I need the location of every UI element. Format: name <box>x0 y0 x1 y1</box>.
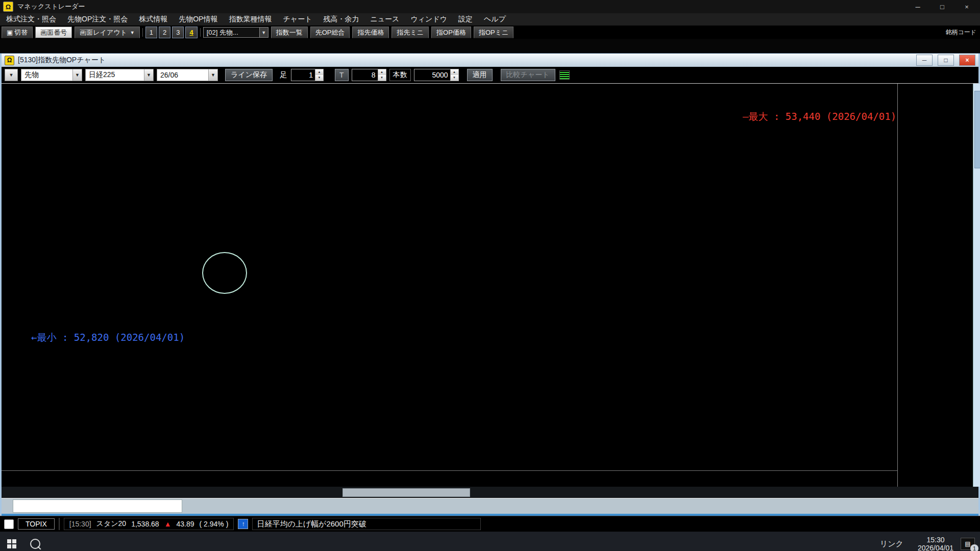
system-tray: リンク 15:30 2026/04/01 ▤1 <box>880 536 980 551</box>
toolbar-button-4[interactable]: 指OP価格 <box>431 27 471 38</box>
news-up-icon[interactable]: ↑ <box>238 519 248 529</box>
toolbar: ▣ 切替 画面番号 画面レイアウト ▼ 1234 [02] 先物... ▼ 指数… <box>0 26 980 39</box>
chevron-down-icon: ▼ <box>208 69 217 81</box>
bar-label: 足 <box>279 70 288 80</box>
search-icon <box>30 539 40 549</box>
screen-button-3[interactable]: 3 <box>172 27 184 38</box>
menu-bar: 株式注文・照会先物OP注文・照会株式情報先物OP情報指数業種情報チャート残高・余… <box>0 13 980 26</box>
spinner-arrows[interactable]: ▲▼ <box>450 69 458 81</box>
layout-label: 画面レイアウト <box>80 28 127 37</box>
close-icon[interactable]: × <box>959 55 975 66</box>
price-axis[interactable] <box>897 84 958 487</box>
screen-number-button[interactable]: 画面番号 <box>35 27 72 38</box>
symbol-code-label: 銘柄コード <box>945 28 976 37</box>
scrollbar-thumb[interactable] <box>974 91 980 168</box>
menu-item-1[interactable]: 先物OP注文・照会 <box>67 15 128 24</box>
monex-app-icon: Ω <box>5 56 14 65</box>
chart-scroll-row <box>2 487 978 498</box>
max-annotation: ―最大 : 53,440 (2026/04/01) <box>743 110 896 123</box>
screen-button-1[interactable]: 1 <box>145 27 157 38</box>
toolbar-button-0[interactable]: 指数一覧 <box>271 27 308 38</box>
quote-name: スタン20 <box>96 519 127 529</box>
save-lines-button[interactable]: ライン保存 <box>225 69 273 81</box>
menu-item-7[interactable]: ニュース <box>370 15 399 24</box>
screen-button-4[interactable]: 4 <box>185 27 197 38</box>
bar-count-label: 本数 <box>389 69 411 81</box>
menu-item-5[interactable]: チャート <box>283 15 312 24</box>
bar-interval-value: 1 <box>291 71 315 79</box>
quote-time: [15:30] <box>69 520 91 528</box>
toolbar-button-3[interactable]: 指先ミニ <box>391 27 429 38</box>
notification-icon[interactable]: ▤1 <box>961 538 975 550</box>
minimize-icon[interactable]: ─ <box>916 55 933 66</box>
status-bar: TOPIX [15:30] スタン20 1,538.68 ▲ 43.89 ( 2… <box>0 516 980 532</box>
toolbar-buttons: 指数一覧先OP総合指先価格指先ミニ指OP価格指OPミニ <box>271 27 514 38</box>
mini-dropdown[interactable]: ▼ <box>5 69 18 81</box>
menu-item-4[interactable]: 指数業種情報 <box>229 15 272 24</box>
tick-mode-button[interactable]: T <box>335 69 349 81</box>
spinner-arrows[interactable]: ▲▼ <box>378 69 386 81</box>
menu-item-8[interactable]: ウィンドウ <box>410 15 447 24</box>
start-button[interactable] <box>0 532 23 551</box>
switch-label: 切替 <box>14 28 28 37</box>
min-annotation: ←最小 : 52,820 (2026/04/01) <box>31 331 185 344</box>
spinner-arrows[interactable]: ▲▼ <box>315 69 323 81</box>
clock-date: 2026/04/01 <box>918 544 953 551</box>
compare-chart-button[interactable]: 比較チャート <box>501 69 555 81</box>
menu-item-3[interactable]: 先物OP情報 <box>179 15 217 24</box>
bar-count-stepper[interactable]: 5000 ▲▼ <box>414 69 459 81</box>
symbol-value: 日経225 <box>86 70 144 80</box>
menu-item-0[interactable]: 株式注文・照会 <box>6 15 56 24</box>
contract-value: 26/06 <box>157 71 208 79</box>
link-label: リンク <box>880 539 903 549</box>
toolbar-right: 銘柄コード <box>943 28 978 37</box>
circle-annotation <box>202 252 247 294</box>
apply-button[interactable]: 適用 <box>467 69 493 81</box>
chevron-down-icon: ▼ <box>130 30 135 35</box>
maximize-icon[interactable]: □ <box>932 1 952 12</box>
chevron-down-icon: ▼ <box>5 69 17 81</box>
chart-region: ―最大 : 53,440 (2026/04/01) ←最小 : 52,820 (… <box>2 84 978 487</box>
market-cells <box>59 518 60 530</box>
status-toggle[interactable] <box>4 519 14 529</box>
app-title: マネックストレーダー <box>17 2 903 11</box>
menu-item-2[interactable]: 株式情報 <box>139 15 167 24</box>
window-border <box>2 514 978 516</box>
instrument-value: 先物 <box>21 70 72 80</box>
search-button[interactable] <box>23 532 47 551</box>
switch-button[interactable]: ▣ 切替 <box>2 27 33 38</box>
minimize-icon[interactable]: ─ <box>908 1 928 12</box>
hscroll-thumb[interactable] <box>342 488 470 497</box>
workspace-tab-bar <box>0 39 980 54</box>
tick-count-stepper[interactable]: 8 ▲▼ <box>352 69 386 81</box>
close-icon[interactable]: × <box>957 1 977 12</box>
contract-dropdown[interactable]: 26/06 ▼ <box>157 69 218 81</box>
menu-item-9[interactable]: 設定 <box>458 15 473 24</box>
menu-item-10[interactable]: ヘルプ <box>484 15 506 24</box>
news-ticker[interactable]: 日経平均の上げ幅が2600円突破 <box>252 518 481 530</box>
instrument-dropdown[interactable]: 先物 ▼ <box>21 69 82 81</box>
screen-buttons: 1234 <box>145 27 198 38</box>
bar-interval-stepper[interactable]: 1 ▲▼ <box>291 69 324 81</box>
switch-icon: ▣ <box>7 29 13 36</box>
divider <box>142 28 143 37</box>
chevron-down-icon: ▼ <box>144 69 153 81</box>
indicator-list-icon[interactable] <box>559 70 570 80</box>
vertical-scrollbar[interactable] <box>973 84 980 487</box>
preset-value: [02] 先物... <box>207 28 255 37</box>
price-chart[interactable] <box>2 84 897 487</box>
bar-count-value: 5000 <box>414 71 450 79</box>
preset-dropdown[interactable]: [02] 先物... ▼ <box>203 27 268 38</box>
taskbar-clock[interactable]: 15:30 2026/04/01 <box>918 536 953 551</box>
screen-button-2[interactable]: 2 <box>159 27 170 38</box>
menu-item-6[interactable]: 残高・余力 <box>323 15 359 24</box>
index-selector[interactable]: TOPIX <box>18 518 55 530</box>
layout-dropdown[interactable]: 画面レイアウト ▼ <box>75 27 139 38</box>
toolbar-button-2[interactable]: 指先価格 <box>352 27 389 38</box>
restore-icon[interactable]: □ <box>938 55 954 66</box>
monex-trader-app: Ω マネックストレーダー ─ □ × 株式注文・照会先物OP注文・照会株式情報先… <box>0 0 980 551</box>
chart-window-titlebar[interactable]: Ω [5130]指数先物OPチャート ─ □ × <box>2 54 978 67</box>
toolbar-button-5[interactable]: 指OPミニ <box>474 27 513 38</box>
toolbar-button-1[interactable]: 先OP総合 <box>310 27 350 38</box>
symbol-dropdown[interactable]: 日経225 ▼ <box>85 69 154 81</box>
